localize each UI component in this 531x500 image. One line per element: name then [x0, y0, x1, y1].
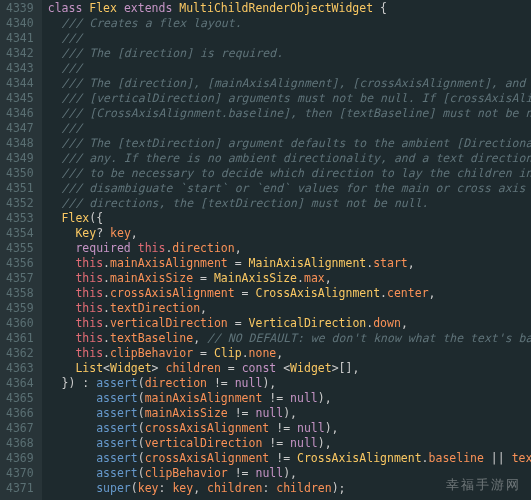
line-number: 4347: [6, 121, 34, 136]
code-line[interactable]: /// Creates a flex layout.: [48, 16, 531, 31]
code-line[interactable]: Flex({: [48, 211, 531, 226]
code-line[interactable]: /// The [direction], [mainAxisAlignment]…: [48, 76, 531, 91]
code-line[interactable]: this.clipBehavior = Clip.none,: [48, 346, 531, 361]
code-line[interactable]: assert(crossAxisAlignment != CrossAxisAl…: [48, 451, 531, 466]
code-line[interactable]: ///: [48, 31, 531, 46]
code-line[interactable]: super(key: key, children: children);: [48, 481, 531, 496]
code-line[interactable]: /// directions, the [textDirection] must…: [48, 196, 531, 211]
code-line[interactable]: this.verticalDirection = VerticalDirecti…: [48, 316, 531, 331]
code-line[interactable]: this.textBaseline, // NO DEFAULT: we don…: [48, 331, 531, 346]
code-line[interactable]: /// The [textDirection] argument default…: [48, 136, 531, 151]
line-number: 4351: [6, 181, 34, 196]
code-line[interactable]: Key? key,: [48, 226, 531, 241]
line-number: 4362: [6, 346, 34, 361]
code-line[interactable]: /// The [direction] is required.: [48, 46, 531, 61]
line-number: 4341: [6, 31, 34, 46]
line-number: 4356: [6, 256, 34, 271]
line-number: 4344: [6, 76, 34, 91]
code-line[interactable]: /// any. If there is no ambient directio…: [48, 151, 531, 166]
line-number: 4368: [6, 436, 34, 451]
line-number: 4370: [6, 466, 34, 481]
code-line[interactable]: assert(clipBehavior != null),: [48, 466, 531, 481]
line-number: 4345: [6, 91, 34, 106]
line-number: 4363: [6, 361, 34, 376]
line-number: 4369: [6, 451, 34, 466]
code-line[interactable]: /// to be necessary to decide which dire…: [48, 166, 531, 181]
code-line[interactable]: assert(mainAxisAlignment != null),: [48, 391, 531, 406]
code-line[interactable]: ///: [48, 61, 531, 76]
code-line[interactable]: assert(mainAxisSize != null),: [48, 406, 531, 421]
line-number: 4339: [6, 1, 34, 16]
line-number: 4367: [6, 421, 34, 436]
line-number: 4343: [6, 61, 34, 76]
line-number: 4353: [6, 211, 34, 226]
line-number: 4355: [6, 241, 34, 256]
code-line[interactable]: List<Widget> children = const <Widget>[]…: [48, 361, 531, 376]
code-line[interactable]: /// [verticalDirection] arguments must n…: [48, 91, 531, 106]
code-line[interactable]: class Flex extends MultiChildRenderObjec…: [48, 1, 531, 16]
code-line[interactable]: this.mainAxisSize = MainAxisSize.max,: [48, 271, 531, 286]
code-line[interactable]: this.crossAxisAlignment = CrossAxisAlign…: [48, 286, 531, 301]
line-number: 4359: [6, 301, 34, 316]
code-editor[interactable]: 4339434043414342434343444345434643474348…: [0, 0, 531, 500]
line-number: 4350: [6, 166, 34, 181]
line-number: 4357: [6, 271, 34, 286]
code-line[interactable]: assert(verticalDirection != null),: [48, 436, 531, 451]
line-number: 4358: [6, 286, 34, 301]
code-line[interactable]: /// disambiguate `start` or `end` values…: [48, 181, 531, 196]
line-number: 4360: [6, 316, 34, 331]
line-number: 4346: [6, 106, 34, 121]
line-number: 4371: [6, 481, 34, 496]
line-number: 4340: [6, 16, 34, 31]
line-number: 4342: [6, 46, 34, 61]
line-number: 4361: [6, 331, 34, 346]
code-line[interactable]: this.mainAxisAlignment = MainAxisAlignme…: [48, 256, 531, 271]
code-line[interactable]: ///: [48, 121, 531, 136]
code-line[interactable]: required this.direction,: [48, 241, 531, 256]
line-number: 4366: [6, 406, 34, 421]
code-line[interactable]: }) : assert(direction != null),: [48, 376, 531, 391]
code-line[interactable]: assert(crossAxisAlignment != null),: [48, 421, 531, 436]
line-number: 4354: [6, 226, 34, 241]
line-number-gutter: 4339434043414342434343444345434643474348…: [0, 0, 42, 500]
line-number: 4364: [6, 376, 34, 391]
line-number: 4352: [6, 196, 34, 211]
line-number: 4348: [6, 136, 34, 151]
code-line[interactable]: /// [CrossAxisAlignment.baseline], then …: [48, 106, 531, 121]
code-area[interactable]: class Flex extends MultiChildRenderObjec…: [42, 0, 531, 500]
line-number: 4349: [6, 151, 34, 166]
code-line[interactable]: this.textDirection,: [48, 301, 531, 316]
line-number: 4365: [6, 391, 34, 406]
